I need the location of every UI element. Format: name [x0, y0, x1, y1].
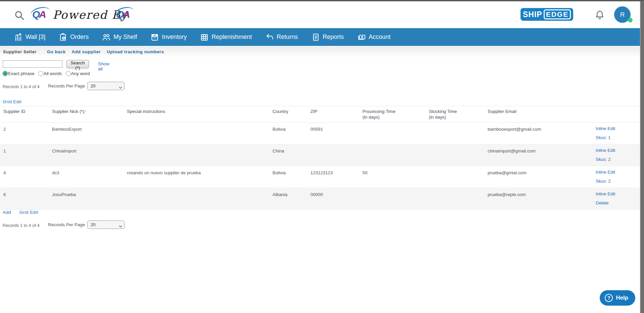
- nav-item-label: Returns: [277, 34, 298, 41]
- nav-item-replenishment[interactable]: Replenishment: [200, 33, 252, 41]
- cell-actions: Inline EditSkus: 2: [596, 144, 640, 166]
- records-count-text: Records 1 to 4 of 4: [3, 223, 40, 228]
- inventory-icon: [151, 33, 159, 41]
- qa-logo-2: Q A: [115, 7, 134, 23]
- nav-item-orders[interactable]: Orders: [59, 33, 89, 41]
- subnav: Supplier Seller Go back Add supplier Upl…: [0, 47, 640, 57]
- vertical-scrollbar[interactable]: [640, 1, 644, 313]
- cell-id: 4: [0, 166, 52, 188]
- table-row-supplier-2: 2BambooExportBolivia00591bambooexport@gm…: [0, 123, 640, 144]
- show-all-link[interactable]: Show all: [98, 61, 109, 71]
- cell-email: bambooexport@gmail.com: [488, 123, 596, 144]
- inline-edit-link[interactable]: Inline Edit: [596, 170, 637, 175]
- per-page-select-wrap: 20: [87, 82, 125, 90]
- reports-icon: [312, 33, 320, 41]
- cell-id: 6: [0, 188, 52, 210]
- cell-actions: Inline EditSkus: 2: [596, 166, 640, 188]
- nav-item-label: Wall [3]: [26, 34, 45, 41]
- cell-actions: Inline EditDelete: [596, 188, 640, 210]
- suppliers-table: Supplier IDSupplier Nick (*)⁄Special ins…: [0, 106, 640, 210]
- cell-country: Albania: [273, 188, 310, 210]
- sort-indicator-icon: ⁄: [85, 109, 86, 114]
- nav-item-wall[interactable]: Wall [3]: [14, 33, 45, 41]
- table-row-supplier-4: 4dc3creando un nuevo supplier de pruebaB…: [0, 166, 640, 188]
- cell-nick: dc3: [52, 166, 127, 188]
- skus-2-link[interactable]: Skus: 2: [596, 157, 637, 162]
- cell-instructions: [127, 144, 273, 166]
- column-header-subtext: (in days): [429, 115, 485, 120]
- shipedge-logo[interactable]: SHIP EDGE: [521, 8, 573, 21]
- table-row-supplier-1: 1ChinaImportChinachinaimport@gmail.comIn…: [0, 144, 640, 166]
- nav-item-returns[interactable]: Returns: [266, 33, 298, 41]
- table-header-row: Supplier IDSupplier Nick (*)⁄Special ins…: [0, 106, 640, 123]
- radio-label: Exact phrase: [8, 71, 35, 76]
- user-avatar[interactable]: R: [614, 6, 631, 23]
- skus-2-link[interactable]: Skus: 2: [596, 179, 637, 184]
- search-input[interactable]: [3, 60, 62, 68]
- brand-ship-text: SHIP: [523, 10, 542, 19]
- column-header-actions: [596, 106, 640, 123]
- grid-edit-link-top[interactable]: Grid Edit: [3, 99, 21, 104]
- qa-letter-a: A: [123, 9, 130, 20]
- search-mode-radio-all-words[interactable]: All words: [38, 71, 62, 76]
- notifications-bell-icon[interactable]: [595, 10, 604, 20]
- replenishment-icon: [200, 33, 208, 41]
- per-page-select-bottom[interactable]: 20: [87, 221, 125, 229]
- search-mode-radio-any-word[interactable]: Any word: [66, 71, 90, 76]
- myshelf-icon: [102, 33, 110, 41]
- inline-edit-link[interactable]: Inline Edit: [596, 126, 637, 131]
- cell-nick: JosuPrueba: [52, 188, 127, 210]
- add-supplier-link[interactable]: Add supplier: [72, 49, 101, 54]
- grid-edit-link-bottom[interactable]: Grid Edit: [19, 210, 38, 215]
- cell-stocking: [429, 123, 488, 144]
- cell-country: China: [273, 144, 310, 166]
- cell-id: 1: [0, 144, 52, 166]
- column-header-supplier-nick[interactable]: Supplier Nick (*)⁄: [52, 106, 127, 123]
- inline-edit-link[interactable]: Inline Edit: [596, 191, 637, 196]
- radio-label: All words: [44, 71, 62, 76]
- inline-edit-link[interactable]: Inline Edit: [596, 148, 637, 153]
- nav-item-label: Inventory: [162, 34, 187, 41]
- cell-nick: ChinaImport: [52, 144, 127, 166]
- cell-actions: Inline EditSkus: 1: [596, 123, 640, 144]
- nav-item-my-shelf[interactable]: My Shelf: [102, 33, 137, 41]
- radio-unselected-icon[interactable]: [38, 71, 43, 76]
- cell-instructions: [127, 123, 273, 144]
- radio-unselected-icon[interactable]: [66, 71, 71, 76]
- cell-email: chinaimport@gmail.com: [488, 144, 596, 166]
- go-back-link[interactable]: Go back: [47, 49, 66, 54]
- cell-processing: [362, 188, 429, 210]
- nav-item-reports[interactable]: Reports: [312, 33, 344, 41]
- cell-zip: 00000: [310, 188, 362, 210]
- search-mode-radio-exact-phrase[interactable]: Exact phrase: [3, 71, 35, 76]
- nav-item-label: Account: [369, 34, 391, 41]
- delete-link[interactable]: Delete: [596, 200, 637, 205]
- help-button[interactable]: ? Help: [600, 290, 635, 306]
- column-header-supplier-email: Supplier Email: [488, 106, 596, 123]
- add-link[interactable]: Add: [3, 210, 11, 215]
- nav-item-inventory[interactable]: Inventory: [151, 33, 187, 41]
- per-page-select[interactable]: 20: [87, 82, 125, 90]
- brand-edge-text: EDGE: [544, 9, 571, 19]
- skus-1-link[interactable]: Skus: 1: [596, 135, 637, 140]
- wall-icon: [14, 33, 22, 41]
- cell-zip: 00591: [310, 123, 362, 144]
- avatar-letter: R: [620, 11, 625, 18]
- upload-tracking-numbers-link[interactable]: Upload tracking numbers: [107, 49, 164, 54]
- column-header-subtext: (in days): [362, 115, 426, 120]
- radio-label: Any word: [71, 71, 90, 76]
- column-header-supplier-id: Supplier ID: [0, 106, 52, 123]
- table-bottom-links: Add Grid Edit: [3, 209, 45, 215]
- main-nav: Wall [3]OrdersMy ShelfInventoryReplenish…: [0, 28, 640, 46]
- nav-item-account[interactable]: Account: [358, 33, 391, 41]
- column-header-processing-time: Processing Time(in days): [362, 106, 429, 123]
- search-button[interactable]: Search (*): [66, 60, 89, 68]
- radio-selected-icon[interactable]: [3, 71, 8, 76]
- page-title: Supplier Seller: [3, 49, 37, 54]
- cell-stocking: [429, 166, 488, 188]
- search-icon[interactable]: [14, 10, 25, 21]
- cell-zip: 123123123: [310, 166, 362, 188]
- per-page-label: Records Per Page: [48, 83, 85, 88]
- online-status-dot: [628, 18, 633, 22]
- column-header-country: Country: [273, 106, 310, 123]
